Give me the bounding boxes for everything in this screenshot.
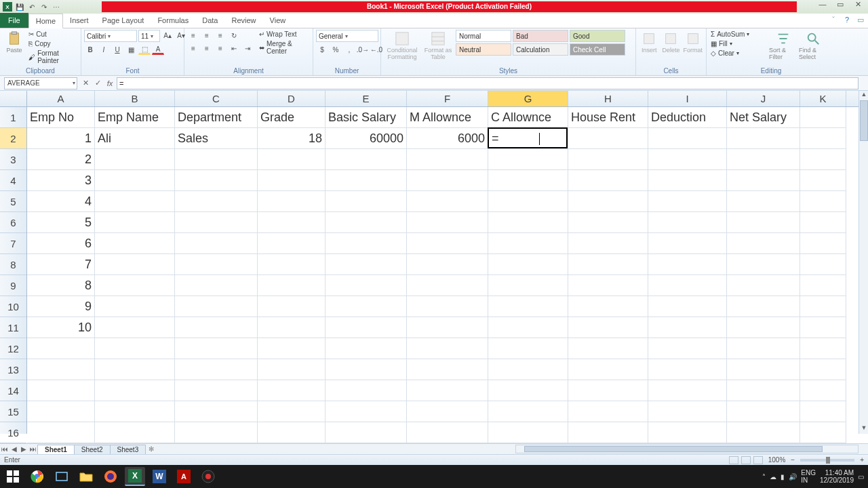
cell-E3[interactable] — [326, 149, 407, 170]
record-icon[interactable] — [198, 467, 218, 486]
cell-style-good[interactable]: Good — [570, 30, 625, 42]
file-tab[interactable]: File — [0, 13, 28, 28]
cell-F5[interactable] — [407, 191, 488, 212]
minimize-button[interactable]: — — [816, 0, 829, 9]
cell-C3[interactable] — [175, 149, 258, 170]
row-header-5[interactable]: 5 — [0, 191, 26, 212]
cell-H5[interactable] — [568, 191, 648, 212]
language-indicator[interactable]: ENGIN — [801, 469, 816, 484]
cell-D10[interactable] — [258, 296, 326, 317]
cell-A11[interactable]: 10 — [27, 317, 95, 338]
cell-C4[interactable] — [175, 170, 258, 191]
cancel-formula-icon[interactable]: ✕ — [80, 79, 91, 87]
cell-G7[interactable] — [488, 233, 568, 254]
cell-J2[interactable] — [727, 128, 800, 149]
cell-I5[interactable] — [648, 191, 727, 212]
chrome-icon[interactable] — [27, 467, 47, 486]
cell-J3[interactable] — [727, 149, 800, 170]
cell-E12[interactable] — [326, 338, 407, 359]
currency-icon[interactable]: $ — [316, 44, 328, 55]
clear-button[interactable]: ◇Clear▾ — [709, 49, 768, 58]
cell-H4[interactable] — [568, 170, 648, 191]
cell-H9[interactable] — [568, 275, 648, 296]
border-button[interactable]: ▦ — [125, 44, 137, 55]
sheet-prev-icon[interactable]: ◀ — [9, 445, 19, 453]
cell-style-check-cell[interactable]: Check Cell — [570, 43, 625, 56]
font-size-dropdown[interactable]: 11▾ — [138, 30, 160, 42]
clock[interactable]: 11:40 AM12/20/2019 — [820, 469, 854, 484]
row-header-14[interactable]: 14 — [0, 380, 26, 401]
copy-button[interactable]: ⎘Copy — [27, 39, 78, 48]
cell-C1[interactable]: Department — [175, 107, 258, 128]
cell-J11[interactable] — [727, 317, 800, 338]
row-header-4[interactable]: 4 — [0, 170, 26, 191]
cell-D7[interactable] — [258, 233, 326, 254]
cell-J9[interactable] — [727, 275, 800, 296]
cell-H13[interactable] — [568, 359, 648, 380]
acrobat-icon[interactable]: A — [174, 467, 194, 486]
cell-H12[interactable] — [568, 338, 648, 359]
volume-icon[interactable]: 🔊 — [789, 473, 797, 481]
cell-K3[interactable] — [800, 149, 846, 170]
row-header-3[interactable]: 3 — [0, 149, 26, 170]
fill-button[interactable]: ▦Fill▾ — [709, 39, 768, 48]
cell-G3[interactable] — [488, 149, 568, 170]
tray-chevron-icon[interactable]: ˄ — [762, 473, 766, 481]
cell-K2[interactable] — [800, 128, 846, 149]
cell-I8[interactable] — [648, 254, 727, 275]
cell-E6[interactable] — [326, 212, 407, 233]
cell-B15[interactable] — [95, 401, 175, 422]
cell-G15[interactable] — [488, 401, 568, 422]
cell-B2[interactable]: Ali — [95, 128, 175, 149]
cell-D12[interactable] — [258, 338, 326, 359]
cell-G16[interactable] — [488, 422, 568, 443]
cell-I2[interactable] — [648, 128, 727, 149]
conditional-formatting-button[interactable]: Conditional Formatting — [384, 30, 420, 60]
col-header-D[interactable]: D — [258, 91, 326, 106]
firefox-icon[interactable] — [100, 467, 121, 486]
cell-B1[interactable]: Emp Name — [95, 107, 175, 128]
cell-D8[interactable] — [258, 254, 326, 275]
cell-F12[interactable] — [407, 338, 488, 359]
wrap-text-button[interactable]: ↵Wrap Text — [258, 30, 310, 39]
cell-I7[interactable] — [648, 233, 727, 254]
cell-A6[interactable]: 5 — [27, 212, 95, 233]
cell-B8[interactable] — [95, 254, 175, 275]
cell-F10[interactable] — [407, 296, 488, 317]
cell-J1[interactable]: Net Salary — [727, 107, 800, 128]
col-header-G[interactable]: G — [488, 91, 568, 106]
cell-C9[interactable] — [175, 275, 258, 296]
underline-button[interactable]: U — [111, 44, 123, 55]
cell-E7[interactable] — [326, 233, 407, 254]
col-header-E[interactable]: E — [326, 91, 407, 106]
cell-I1[interactable]: Deduction — [648, 107, 727, 128]
cell-H14[interactable] — [568, 380, 648, 401]
tab-review[interactable]: Review — [224, 13, 262, 28]
fx-icon[interactable]: fx — [104, 79, 115, 87]
cell-H6[interactable] — [568, 212, 648, 233]
fill-color-button[interactable]: ⬚ — [138, 44, 151, 55]
cell-J8[interactable] — [727, 254, 800, 275]
col-header-J[interactable]: J — [727, 91, 800, 106]
scroll-thumb[interactable] — [860, 100, 868, 141]
maximize-button[interactable]: ▭ — [834, 0, 846, 9]
cell-D5[interactable] — [258, 191, 326, 212]
percent-icon[interactable]: % — [330, 44, 342, 55]
excel-taskbar-icon[interactable]: X — [125, 467, 145, 486]
cell-style-bad[interactable]: Bad — [513, 30, 568, 42]
cell-I10[interactable] — [648, 296, 727, 317]
normal-view-icon[interactable] — [729, 456, 738, 464]
cell-E15[interactable] — [326, 401, 407, 422]
cell-style-neutral[interactable]: Neutral — [456, 43, 511, 56]
cell-B7[interactable] — [95, 233, 175, 254]
cell-A10[interactable]: 9 — [27, 296, 95, 317]
cell-H2[interactable] — [568, 128, 648, 149]
enter-formula-icon[interactable]: ✓ — [92, 79, 103, 87]
cell-F2[interactable]: 6000 — [407, 128, 488, 149]
sheet-last-icon[interactable]: ⏭ — [28, 445, 38, 453]
cell-F4[interactable] — [407, 170, 488, 191]
cell-E1[interactable]: Basic Salary — [326, 107, 407, 128]
cell-K16[interactable] — [800, 422, 846, 443]
name-box[interactable]: AVERAGE▾ — [4, 77, 77, 89]
sort-filter-button[interactable]: Sort & Filter — [769, 30, 797, 60]
